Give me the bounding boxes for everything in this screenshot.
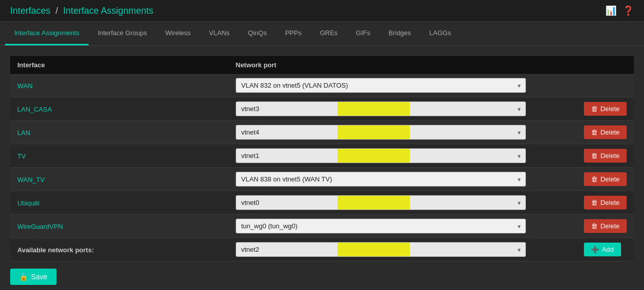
tab-gres[interactable]: GREs bbox=[311, 22, 347, 45]
table-row: LAN_CASAvtnet3▼🗑 Delete bbox=[10, 97, 634, 121]
delete-button[interactable]: 🗑 Delete bbox=[584, 125, 627, 139]
tab-qinqs[interactable]: QinQs bbox=[239, 22, 276, 45]
interface-name: TV bbox=[17, 152, 26, 160]
available-ports-row: Available network ports:vtnet2▼➕ Add bbox=[10, 238, 634, 261]
network-port-wrapper: VLAN 838 on vtnet5 (WAN TV)▼ bbox=[236, 172, 526, 187]
tab-wireless[interactable]: Wireless bbox=[156, 22, 200, 45]
tab-vlans[interactable]: VLANs bbox=[200, 22, 239, 45]
network-port-wrapper: vtnet3▼ bbox=[236, 101, 526, 116]
col-interface: Interface bbox=[10, 56, 229, 74]
network-port-select[interactable]: vtnet3 bbox=[236, 101, 526, 116]
interface-name: WAN bbox=[17, 82, 33, 90]
delete-button[interactable]: 🗑 Delete bbox=[584, 102, 627, 116]
trash-icon: 🗑 bbox=[591, 105, 598, 113]
trash-icon: 🗑 bbox=[591, 175, 598, 183]
delete-button[interactable]: 🗑 Delete bbox=[584, 196, 627, 209]
interface-name: LAN_CASA bbox=[17, 106, 52, 113]
table-row: WireGuardVPNtun_wg0 (tun_wg0)▼🗑 Delete bbox=[10, 215, 634, 238]
interface-name: Ubiquiti bbox=[17, 199, 39, 207]
network-port-wrapper: VLAN 832 on vtnet5 (VLAN DATOS)▼ bbox=[236, 78, 526, 93]
breadcrumb-current: Interface Assignments bbox=[63, 6, 153, 16]
breadcrumb: Interfaces / Interface Assignments bbox=[10, 6, 153, 16]
network-port-select[interactable]: vtnet1 bbox=[236, 148, 526, 163]
interface-name: LAN bbox=[17, 129, 30, 137]
network-port-wrapper: vtnet1▼ bbox=[236, 148, 526, 163]
network-port-select[interactable]: vtnet4 bbox=[236, 125, 526, 140]
assignments-table: Interface Network port WANVLAN 832 on vt… bbox=[10, 56, 634, 261]
table-row: LANvtnet4▼🗑 Delete bbox=[10, 121, 634, 144]
page-header: Interfaces / Interface Assignments 📊 ❓ bbox=[0, 0, 644, 22]
table-row: TVvtnet1▼🗑 Delete bbox=[10, 144, 634, 168]
save-button[interactable]: 🔒 Save bbox=[10, 269, 57, 285]
network-port-select[interactable]: VLAN 838 on vtnet5 (WAN TV) bbox=[236, 172, 526, 187]
network-port-select[interactable]: VLAN 832 on vtnet5 (VLAN DATOS) bbox=[236, 78, 526, 93]
tab-laggs[interactable]: LAGGs bbox=[420, 22, 460, 45]
table-row: WAN_TVVLAN 838 on vtnet5 (WAN TV)▼🗑 Dele… bbox=[10, 168, 634, 191]
available-port-wrapper: vtnet2▼ bbox=[236, 242, 526, 257]
delete-button[interactable]: 🗑 Delete bbox=[584, 149, 627, 163]
table-header-row: Interface Network port bbox=[10, 56, 634, 74]
tab-bar: Interface Assignments Interface Groups W… bbox=[0, 22, 644, 46]
col-network-port: Network port bbox=[229, 56, 577, 74]
interface-name: WireGuardVPN bbox=[17, 223, 63, 230]
network-port-select[interactable]: vtnet0 bbox=[236, 195, 526, 210]
tab-interface-assignments[interactable]: Interface Assignments bbox=[5, 22, 89, 45]
save-label: Save bbox=[31, 273, 47, 281]
tab-ppps[interactable]: PPPs bbox=[276, 22, 311, 45]
available-ports-label: Available network ports: bbox=[17, 246, 94, 254]
network-port-wrapper: vtnet0▼ bbox=[236, 195, 526, 210]
trash-icon: 🗑 bbox=[591, 152, 598, 160]
breadcrumb-root: Interfaces bbox=[10, 6, 50, 16]
delete-button[interactable]: 🗑 Delete bbox=[584, 172, 627, 186]
stats-icon[interactable]: 📊 bbox=[605, 5, 617, 16]
table-row: WANVLAN 832 on vtnet5 (VLAN DATOS)▼ bbox=[10, 74, 634, 97]
header-actions: 📊 ❓ bbox=[605, 5, 634, 16]
tab-bridges[interactable]: Bridges bbox=[379, 22, 420, 45]
trash-icon: 🗑 bbox=[591, 128, 598, 136]
plus-icon: ➕ bbox=[591, 246, 599, 253]
help-icon[interactable]: ❓ bbox=[623, 5, 634, 16]
available-port-select[interactable]: vtnet2 bbox=[236, 242, 526, 257]
table-row: Ubiquitivtnet0▼🗑 Delete bbox=[10, 191, 634, 215]
save-icon: 🔒 bbox=[19, 273, 28, 281]
trash-icon: 🗑 bbox=[591, 199, 598, 206]
network-port-wrapper: tun_wg0 (tun_wg0)▼ bbox=[236, 219, 526, 233]
network-port-wrapper: vtnet4▼ bbox=[236, 125, 526, 140]
delete-button[interactable]: 🗑 Delete bbox=[584, 219, 627, 233]
tab-interface-groups[interactable]: Interface Groups bbox=[89, 22, 156, 45]
network-port-select[interactable]: tun_wg0 (tun_wg0) bbox=[236, 219, 526, 233]
add-button[interactable]: ➕ Add bbox=[584, 243, 621, 256]
tab-gifs[interactable]: GIFs bbox=[347, 22, 379, 45]
interface-name: WAN_TV bbox=[17, 176, 45, 183]
trash-icon: 🗑 bbox=[591, 222, 598, 230]
main-content: Interface Network port WANVLAN 832 on vt… bbox=[0, 46, 644, 290]
col-actions bbox=[577, 56, 634, 74]
